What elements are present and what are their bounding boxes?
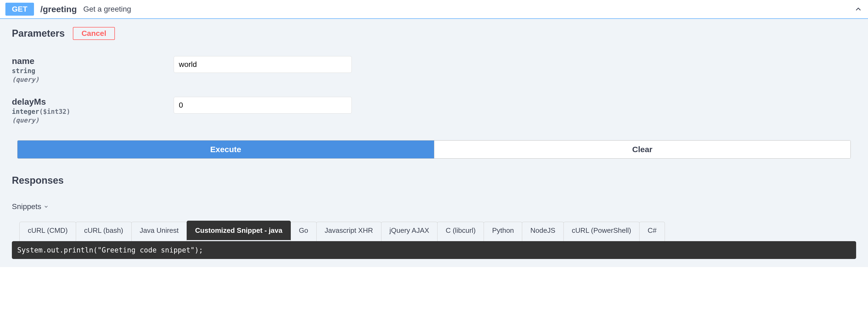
- collapse-icon[interactable]: [854, 5, 863, 13]
- parameters-table: name string (query) delayMs integer($int…: [12, 56, 856, 124]
- parameter-type: integer($int32): [12, 108, 174, 116]
- snippet-tab[interactable]: Python: [484, 222, 522, 241]
- parameter-in: (query): [12, 117, 174, 124]
- chevron-down-icon: [43, 204, 49, 209]
- execute-button[interactable]: Execute: [18, 140, 434, 158]
- snippets-toggle[interactable]: Snippets: [12, 202, 49, 211]
- parameter-input-name[interactable]: [174, 56, 352, 73]
- parameter-format: ($int32): [39, 108, 70, 116]
- snippet-tabs: cURL (CMD)cURL (bash)Java UnirestCustomi…: [20, 222, 856, 241]
- parameter-type-base: integer: [12, 108, 39, 116]
- parameter-row: name string (query): [12, 56, 856, 83]
- http-method-badge: GET: [5, 3, 34, 15]
- parameter-meta: name string (query): [12, 56, 174, 83]
- parameter-type: string: [12, 67, 174, 75]
- parameter-name: name: [12, 56, 174, 66]
- endpoint-body: Parameters Cancel name string (query) de…: [0, 19, 868, 267]
- snippet-tab[interactable]: C (libcurl): [437, 222, 484, 241]
- parameter-in: (query): [12, 76, 174, 83]
- parameters-header: Parameters Cancel: [12, 27, 856, 40]
- snippet-tab[interactable]: cURL (bash): [76, 222, 132, 241]
- snippet-tab[interactable]: Javascript XHR: [316, 222, 381, 241]
- endpoint-path: /greeting: [40, 4, 77, 14]
- endpoint-description: Get a greeting: [83, 5, 131, 13]
- snippet-tab[interactable]: cURL (PowerShell): [563, 222, 640, 241]
- snippet-tab[interactable]: Customized Snippet - java: [187, 221, 291, 240]
- snippet-tab[interactable]: Java Unirest: [131, 222, 187, 241]
- code-snippet: System.out.println("Greeting code snippe…: [12, 241, 856, 259]
- snippet-tab[interactable]: NodeJS: [522, 222, 564, 241]
- parameter-input-delayms[interactable]: [174, 97, 352, 114]
- endpoint-header[interactable]: GET /greeting Get a greeting: [0, 0, 868, 19]
- parameter-meta: delayMs integer($int32) (query): [12, 97, 174, 124]
- parameter-row: delayMs integer($int32) (query): [12, 97, 856, 124]
- snippet-tab[interactable]: Go: [290, 222, 317, 241]
- cancel-button[interactable]: Cancel: [73, 27, 115, 40]
- snippet-tab[interactable]: jQuery AJAX: [381, 222, 437, 241]
- parameter-name: delayMs: [12, 97, 174, 107]
- snippet-tab[interactable]: cURL (CMD): [20, 222, 76, 241]
- responses-title: Responses: [12, 175, 856, 186]
- clear-button[interactable]: Clear: [434, 140, 851, 158]
- snippet-tab[interactable]: C#: [639, 222, 665, 241]
- parameters-title: Parameters: [12, 28, 65, 39]
- snippets-label: Snippets: [12, 202, 41, 211]
- action-bar: Execute Clear: [17, 140, 851, 159]
